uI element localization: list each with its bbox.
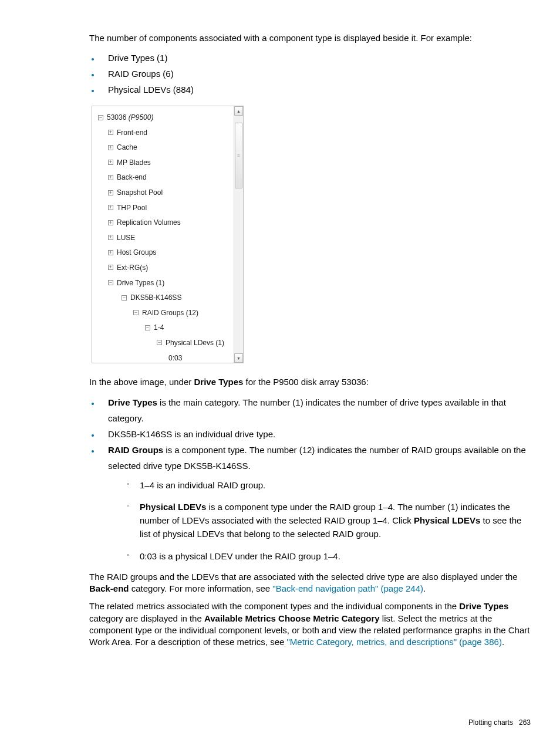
sub-list: 1–4 is an individual RAID group. Physica… — [108, 478, 531, 563]
collapse-icon[interactable]: − — [98, 115, 103, 120]
collapse-icon[interactable]: − — [157, 340, 162, 345]
tree-label: Host Groups — [117, 248, 156, 256]
tree-label: Drive Types (1) — [117, 279, 164, 287]
tree-label: Physical LDevs (1) — [166, 339, 224, 347]
tree-node[interactable]: +THP Pool — [98, 200, 234, 215]
tree-node[interactable]: +Front-end — [98, 125, 234, 140]
tree-node[interactable]: +Back-end — [98, 170, 234, 185]
tree-label: MP Blades — [117, 158, 151, 167]
body-paragraph: The related metrics associated with the … — [89, 600, 531, 648]
collapse-icon[interactable]: − — [122, 295, 127, 301]
list-item: 0:03 is a physical LDEV under the RAID g… — [127, 549, 531, 563]
tree-root[interactable]: − 53036 (P9500) — [98, 110, 234, 125]
link-backend-nav[interactable]: "Back-end navigation path" (page 244) — [272, 583, 423, 593]
expand-icon[interactable]: + — [108, 220, 113, 225]
tree-label: 0:03 — [168, 354, 182, 362]
page-footer: Plotting charts 263 — [89, 718, 531, 727]
intro-paragraph: The number of components associated with… — [89, 32, 531, 44]
tree-label: Snapshot Pool — [117, 188, 163, 197]
list-item: Physical LDEVs (884) — [100, 82, 531, 97]
tree-node[interactable]: −Physical LDevs (1) — [98, 335, 234, 350]
expand-icon[interactable]: + — [108, 130, 113, 135]
expand-icon[interactable]: + — [108, 265, 113, 270]
scroll-down-icon[interactable]: ▼ — [234, 353, 243, 363]
tree-label: Front-end — [117, 129, 147, 137]
tree-label: Cache — [117, 143, 137, 151]
expand-icon[interactable]: + — [108, 160, 113, 165]
tree-label: 53036 (P9500) — [107, 113, 153, 121]
tree-label: THP Pool — [117, 204, 147, 212]
expand-icon[interactable]: + — [108, 205, 113, 210]
collapse-icon[interactable]: − — [145, 325, 150, 330]
explanation-list: Drive Types is the main category. The nu… — [89, 394, 531, 563]
tree-node[interactable]: +MP Blades — [98, 155, 234, 170]
expand-icon[interactable]: + — [108, 235, 113, 240]
tree-node[interactable]: +Cache — [98, 140, 234, 155]
tree-node[interactable]: −Drive Types (1) — [98, 275, 234, 291]
tree-node[interactable]: −DKS5B-K146SS — [98, 290, 234, 305]
tree-node[interactable]: +Ext-RG(s) — [98, 260, 234, 275]
tree-node[interactable]: +Replication Volumes — [98, 215, 234, 230]
tree-label: LUSE — [117, 234, 135, 242]
example-list: Drive Types (1) RAID Groups (6) Physical… — [89, 50, 531, 97]
expand-icon[interactable]: + — [108, 190, 113, 195]
expand-icon[interactable]: + — [108, 175, 113, 180]
scroll-thumb[interactable]: ≡ — [235, 123, 242, 188]
list-item: RAID Groups is a component type. The num… — [100, 442, 531, 563]
list-item: 1–4 is an individual RAID group. — [127, 478, 531, 492]
expand-icon[interactable]: + — [108, 250, 113, 255]
link-metric-category[interactable]: "Metric Category, metrics, and descripti… — [287, 637, 502, 647]
tree-label: 1-4 — [154, 323, 164, 332]
tree-label: DKS5B-K146SS — [130, 293, 181, 302]
tree-leaf[interactable]: 0:03 — [98, 350, 234, 366]
list-item: Drive Types is the main category. The nu… — [100, 394, 531, 426]
expand-icon[interactable]: + — [108, 145, 113, 150]
tree-label: Back-end — [117, 173, 147, 181]
tree-node[interactable]: +Snapshot Pool — [98, 185, 234, 200]
collapse-icon[interactable]: − — [108, 280, 113, 285]
collapse-icon[interactable]: − — [133, 310, 139, 315]
scrollbar[interactable]: ▲ ≡ ▼ — [234, 106, 243, 363]
list-item: RAID Groups (6) — [100, 66, 531, 82]
tree-label: Ext-RG(s) — [117, 264, 148, 272]
body-paragraph: The RAID groups and the LDEVs that are a… — [89, 571, 531, 595]
footer-label: Plotting charts — [468, 718, 513, 727]
tree-node[interactable]: +LUSE — [98, 230, 234, 245]
list-item: Drive Types (1) — [100, 50, 531, 66]
list-item: Physical LDEVs is a component type under… — [127, 500, 531, 541]
caption-paragraph: In the above image, under Drive Types fo… — [89, 376, 531, 388]
tree-node[interactable]: +Host Groups — [98, 245, 234, 261]
tree-node[interactable]: −RAID Groups (12) — [98, 305, 234, 320]
tree-label: Replication Volumes — [117, 218, 181, 227]
tree-node[interactable]: −1-4 — [98, 320, 234, 336]
list-item: DKS5B-K146SS is an individual drive type… — [100, 426, 531, 442]
tree-panel: − 53036 (P9500) +Front-end +Cache +MP Bl… — [92, 106, 244, 363]
scroll-up-icon[interactable]: ▲ — [234, 106, 243, 116]
tree-label: RAID Groups (12) — [142, 309, 198, 317]
page-number: 263 — [519, 718, 531, 727]
